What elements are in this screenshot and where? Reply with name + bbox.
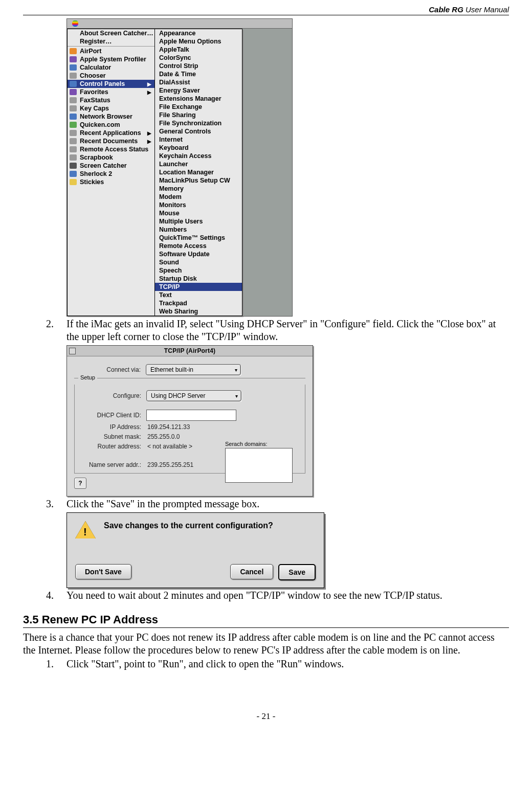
save-dialog-message: Save changes to the current configuratio…	[104, 520, 273, 530]
menu-item-icon	[70, 73, 77, 79]
menu-item[interactable]: Network Browser	[68, 113, 154, 121]
submenu-item[interactable]: Sound	[155, 258, 242, 266]
menu-item-label: Scrapbook	[80, 154, 113, 161]
menu-item-label: FaxStatus	[80, 97, 110, 104]
menu-item[interactable]: Remote Access Status	[68, 145, 154, 153]
cancel-button[interactable]: Cancel	[230, 564, 273, 579]
submenu-item[interactable]: Trackpad	[155, 299, 242, 307]
submenu-item[interactable]: General Controls	[155, 127, 242, 136]
step-text: If the iMac gets an invalid IP, select "…	[66, 318, 509, 343]
submenu-item-label: General Controls	[159, 128, 211, 135]
chevron-updown-icon: ▾	[235, 393, 238, 399]
help-button[interactable]: ?	[74, 478, 86, 489]
menu-item-icon	[70, 171, 77, 177]
submenu-item[interactable]: Memory	[155, 185, 242, 193]
submenu-item-label: Launcher	[159, 161, 188, 168]
menu-item[interactable]: Apple System Profiler	[68, 55, 154, 63]
save-button[interactable]: Save	[278, 564, 316, 580]
submenu-item[interactable]: Internet	[155, 136, 242, 144]
submenu-item[interactable]: Date & Time	[155, 70, 242, 78]
submenu-item[interactable]: Extensions Manager	[155, 95, 242, 103]
header-title-bold: Cable RG	[429, 5, 463, 14]
menu-item[interactable]: Key Caps	[68, 104, 154, 113]
configure-select[interactable]: Using DHCP Server ▾	[146, 390, 241, 401]
submenu-item[interactable]: Startup Disk	[155, 275, 242, 283]
submenu-item[interactable]: MacLinkPlus Setup CW	[155, 176, 242, 185]
submenu-item[interactable]: Speech	[155, 266, 242, 275]
submenu-item[interactable]: File Synchronization	[155, 119, 242, 127]
menu-item-icon	[70, 138, 77, 144]
submenu-item-label: File Synchronization	[159, 120, 221, 127]
submenu-item[interactable]: AppleTalk	[155, 46, 242, 54]
submenu-item[interactable]: Location Manager	[155, 168, 242, 176]
submenu-arrow-icon: ▶	[147, 89, 151, 95]
submenu-item[interactable]: Software Update	[155, 250, 242, 258]
submenu-item[interactable]: ColorSync	[155, 54, 242, 62]
menu-item[interactable]: AirPort	[68, 47, 154, 55]
menu-item[interactable]: FaxStatus	[68, 96, 154, 104]
save-changes-dialog: Save changes to the current configuratio…	[66, 512, 324, 588]
menu-item[interactable]: Chooser	[68, 72, 154, 80]
submenu-item[interactable]: TCP/IP	[155, 283, 242, 291]
menu-item[interactable]: Scrapbook	[68, 153, 154, 162]
dont-save-button[interactable]: Don't Save	[75, 564, 131, 579]
submenu-item[interactable]: Multiple Users	[155, 217, 242, 226]
ip-address-label: IP Address:	[75, 423, 146, 431]
menu-item[interactable]: Recent Documents▶	[68, 137, 154, 145]
submenu-item[interactable]: Keychain Access	[155, 152, 242, 160]
submenu-item-label: Speech	[159, 267, 182, 274]
menu-item[interactable]: About Screen Catcher…	[68, 29, 154, 37]
connect-via-select[interactable]: Ethernet built-in ▾	[146, 364, 241, 375]
submenu-item[interactable]: File Sharing	[155, 111, 242, 119]
menu-item-label: Remote Access Status	[80, 146, 148, 153]
menu-item-icon	[70, 89, 77, 95]
submenu-item[interactable]: DialAssist	[155, 78, 242, 86]
submenu-item-label: Remote Access	[159, 242, 207, 250]
submenu-item-label: Apple Menu Options	[159, 38, 221, 45]
search-domains-box[interactable]	[225, 448, 293, 483]
submenu-item[interactable]: Launcher	[155, 160, 242, 168]
apple-logo-icon[interactable]	[72, 20, 78, 27]
submenu-item-label: MacLinkPlus Setup CW	[159, 177, 230, 184]
submenu-item-label: Location Manager	[159, 169, 214, 176]
menu-item[interactable]: Sherlock 2	[68, 170, 154, 178]
search-domains-label: Serach domains:	[225, 441, 292, 447]
submenu-item[interactable]: Monitors	[155, 201, 242, 209]
submenu-item[interactable]: Text	[155, 291, 242, 299]
submenu-item[interactable]: Web Sharing	[155, 307, 242, 316]
submenu-item-label: Software Update	[159, 251, 210, 258]
menu-item[interactable]: Recent Applications▶	[68, 129, 154, 137]
connect-via-value: Ethernet built-in	[150, 366, 193, 373]
menu-item[interactable]: Register…	[68, 37, 154, 46]
submenu-item[interactable]: Mouse	[155, 209, 242, 217]
submenu-item[interactable]: QuickTime™ Settings	[155, 234, 242, 242]
macos-menu-screenshot: About Screen Catcher…Register…AirPortApp…	[66, 18, 293, 317]
router-address-value: < not available >	[146, 443, 192, 450]
menu-item-icon	[70, 179, 77, 185]
step-text: You need to wait about 2 minutes and ope…	[66, 589, 509, 602]
submenu-item[interactable]: Appearance	[155, 29, 242, 37]
menu-item[interactable]: Quicken.com	[68, 121, 154, 129]
submenu-item-label: Web Sharing	[159, 308, 198, 315]
submenu-arrow-icon: ▶	[147, 139, 151, 144]
submenu-item[interactable]: Apple Menu Options	[155, 37, 242, 46]
menu-item[interactable]: Control Panels▶	[68, 80, 154, 88]
submenu-item[interactable]: Control Strip	[155, 62, 242, 70]
submenu-item[interactable]: Remote Access	[155, 242, 242, 250]
menu-item-icon	[70, 38, 77, 44]
menu-item-label: About Screen Catcher…	[80, 30, 153, 37]
menu-item[interactable]: Favorites▶	[68, 88, 154, 96]
menu-item-icon	[70, 64, 77, 71]
menu-item[interactable]: Calculator	[68, 63, 154, 72]
submenu-item[interactable]: Energy Saver	[155, 86, 242, 95]
name-server-label: Name server addr.:	[75, 461, 146, 468]
menu-item[interactable]: Stickies	[68, 178, 154, 186]
menu-item-label: Calculator	[80, 64, 111, 71]
submenu-item[interactable]: Numbers	[155, 226, 242, 234]
submenu-item[interactable]: Modem	[155, 193, 242, 201]
submenu-item[interactable]: File Exchange	[155, 103, 242, 111]
dhcp-client-id-input[interactable]	[146, 410, 236, 421]
submenu-item-label: Control Strip	[159, 62, 198, 70]
submenu-item[interactable]: Keyboard	[155, 144, 242, 152]
menu-item[interactable]: Screen Catcher	[68, 162, 154, 170]
